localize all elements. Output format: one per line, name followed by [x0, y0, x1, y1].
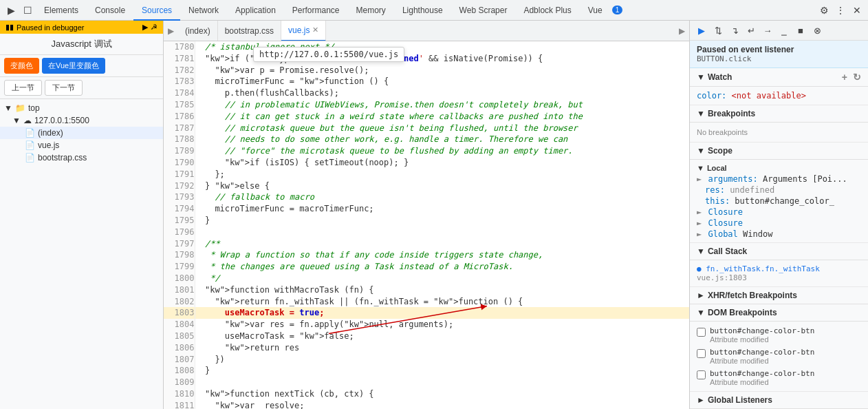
skip-icon[interactable]: ☭	[151, 23, 158, 32]
line-number[interactable]: 1806	[164, 342, 195, 354]
pause-caught-btn[interactable]: ⊗	[810, 23, 825, 38]
prev-button[interactable]: 上一节	[4, 80, 42, 96]
line-number[interactable]: 1782	[164, 65, 195, 76]
tab-sources[interactable]: Sources	[133, 0, 180, 21]
line-number[interactable]: 1810	[164, 388, 195, 400]
inspect-icon[interactable]: ▶	[3, 2, 19, 19]
line-number[interactable]: 1803	[164, 307, 195, 319]
callstack-item-0[interactable]: ● fn._withTask.fn._withTask vue.js:1803	[697, 263, 861, 284]
line-number[interactable]: 1802	[164, 296, 195, 308]
callstack-header[interactable]: ▼ Call Stack	[690, 243, 868, 260]
line-number[interactable]: 1795	[164, 215, 195, 227]
debug-toolbar: ▶ ⇅ ↴ ↵ → ⎯ ■ ⊗	[690, 21, 868, 41]
tab-close-icon[interactable]: ✕	[312, 25, 318, 34]
line-number[interactable]: 1804	[164, 319, 195, 331]
device-icon[interactable]: ☐	[19, 2, 36, 19]
file-tab-index[interactable]: (index)	[178, 21, 218, 41]
tab-application[interactable]: Application	[227, 0, 284, 21]
line-number[interactable]: 1801	[164, 284, 195, 296]
line-number[interactable]: 1799	[164, 261, 195, 273]
tab-webscraper[interactable]: Web Scraper	[451, 0, 516, 21]
line-number[interactable]: 1783	[164, 76, 195, 87]
breakpoints-header[interactable]: ▼ Breakpoints	[690, 105, 868, 123]
line-number[interactable]: 1791	[164, 169, 195, 180]
tab-nav-right[interactable]: ▶	[675, 21, 689, 41]
line-content: // in problematic UIWebViews, Promise.th…	[195, 99, 689, 111]
scope-closure-2[interactable]: ► Closure	[697, 218, 861, 229]
line-number[interactable]: 1784	[164, 87, 195, 99]
vue-change-color-button[interactable]: 在Vue里变颜色	[42, 58, 105, 74]
dom-bp-content: button#change-color-btn Attribute modifi…	[690, 322, 868, 392]
dom-bp-header[interactable]: ▼ DOM Breakpoints	[690, 304, 868, 322]
line-number[interactable]: 1798	[164, 249, 195, 261]
line-number[interactable]: 1796	[164, 227, 195, 238]
line-number[interactable]: 1785	[164, 99, 195, 111]
dom-bp-checkbox-2[interactable]	[697, 370, 706, 379]
line-number[interactable]: 1780	[164, 41, 195, 53]
line-number[interactable]: 1788	[164, 134, 195, 145]
tab-vue[interactable]: Vue	[580, 0, 611, 21]
scope-local-header[interactable]: ▼ Local	[697, 162, 861, 174]
step-out-btn[interactable]: ↵	[744, 23, 759, 38]
line-number[interactable]: 1781	[164, 53, 195, 65]
scope-header[interactable]: ▼ Scope	[690, 143, 868, 160]
file-tab-vue[interactable]: vue.js ✕	[281, 21, 326, 41]
line-number[interactable]: 1807	[164, 354, 195, 366]
step-btn[interactable]: →	[760, 23, 775, 38]
tab-console[interactable]: Console	[87, 0, 133, 21]
line-number[interactable]: 1793	[164, 191, 195, 203]
dom-bp-checkbox-0[interactable]	[697, 328, 706, 337]
file-tab-bootstrap[interactable]: bootstrap.css	[218, 21, 281, 41]
tab-lighthouse[interactable]: Lighthouse	[394, 0, 451, 21]
watch-add-btn[interactable]: +	[842, 72, 847, 83]
tab-adblock[interactable]: Adblock Plus	[515, 0, 579, 21]
line-number[interactable]: 1792	[164, 180, 195, 192]
line-number[interactable]: 1800	[164, 273, 195, 284]
line-number[interactable]: 1786	[164, 111, 195, 123]
line-number[interactable]: 1811	[164, 400, 195, 409]
line-number[interactable]: 1789	[164, 145, 195, 157]
line-number[interactable]: 1787	[164, 123, 195, 134]
tab-performance[interactable]: Performance	[284, 0, 348, 21]
tree-root[interactable]: ▼ 📁 top	[0, 102, 163, 114]
debug-title: Javascript 调试	[0, 34, 163, 55]
tree-host[interactable]: ▼ ☁ 127.0.0.1:5500	[0, 114, 163, 127]
tree-index[interactable]: 📄 (index)	[0, 127, 163, 139]
line-number[interactable]: 1805	[164, 331, 195, 342]
deactivate-btn[interactable]: ⎯	[777, 23, 792, 38]
change-color-button[interactable]: 变颜色	[4, 58, 39, 74]
tree-vue[interactable]: 📄 vue.js	[0, 139, 163, 151]
step-into-btn[interactable]: ↴	[727, 23, 742, 38]
line-number[interactable]: 1797	[164, 238, 195, 250]
pause-exceptions-btn[interactable]: ■	[793, 23, 808, 38]
close-icon[interactable]: ✕	[849, 2, 865, 19]
scope-closure-1[interactable]: ► Closure	[697, 207, 861, 218]
watch-refresh-btn[interactable]: ↻	[853, 72, 861, 83]
watch-header[interactable]: ▼ Watch + ↻	[690, 68, 868, 87]
file-tree: ▼ 📁 top ▼ ☁ 127.0.0.1:5500 📄 (index) 📄 v…	[0, 99, 163, 409]
line-number[interactable]: 1808	[164, 365, 195, 377]
line-number[interactable]: 1809	[164, 377, 195, 388]
dom-bp-checkbox-1[interactable]	[697, 349, 706, 358]
line-number[interactable]: 1790	[164, 157, 195, 169]
resume-btn[interactable]: ▶	[694, 23, 709, 38]
step-over-btn[interactable]: ⇅	[710, 23, 726, 38]
tab-memory[interactable]: Memory	[348, 0, 394, 21]
code-area[interactable]: http://127.0.0.1:5500/vue.js 1780 /* ist…	[164, 41, 689, 409]
scope-this[interactable]: this: button#change_color_	[697, 196, 861, 207]
line-number[interactable]: 1794	[164, 203, 195, 215]
tab-nav-left[interactable]: ▶	[164, 21, 178, 41]
scope-global[interactable]: ► Global Window	[697, 229, 861, 240]
tab-elements[interactable]: Elements	[36, 0, 87, 21]
global-listeners-header[interactable]: ► Global Listeners	[690, 392, 868, 409]
settings-icon[interactable]: ⚙	[816, 2, 832, 19]
tab-network[interactable]: Network	[180, 0, 227, 21]
dom-bp-sub-1: Attribute modified	[710, 357, 814, 365]
scope-arguments[interactable]: ► arguments: Arguments [Poi...	[697, 174, 861, 185]
next-button[interactable]: 下一节	[45, 80, 83, 96]
play-icon[interactable]: ▶	[142, 23, 148, 32]
xhr-header[interactable]: ► XHR/fetch Breakpoints	[690, 287, 868, 304]
more-icon[interactable]: ⋮	[832, 2, 849, 19]
tree-bootstrap[interactable]: 📄 bootstrap.css	[0, 151, 163, 164]
scope-res[interactable]: res: undefined	[697, 185, 861, 196]
